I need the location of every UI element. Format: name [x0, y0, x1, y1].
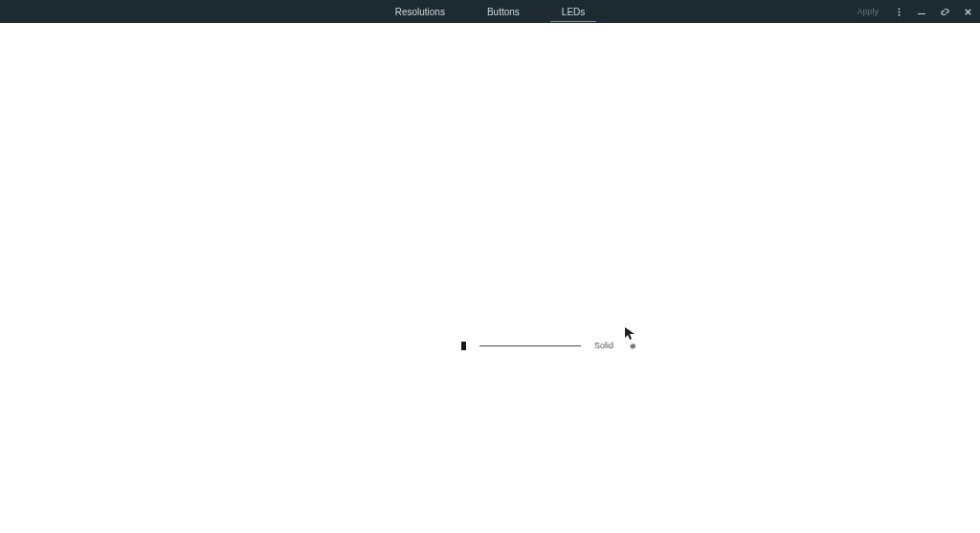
minimize-icon[interactable]	[915, 5, 928, 18]
tab-resolutions[interactable]: Resolutions	[391, 0, 449, 23]
header-bar: Resolutions Buttons LEDs Apply	[0, 0, 980, 23]
apply-button[interactable]: Apply	[857, 7, 879, 16]
led-control-row: Solid	[461, 341, 636, 350]
svg-point-1	[898, 11, 900, 12]
close-icon[interactable]	[961, 5, 974, 18]
led-brightness-slider[interactable]	[479, 345, 581, 346]
content-area: Solid	[0, 23, 980, 533]
tab-leds[interactable]: LEDs	[558, 0, 589, 23]
svg-point-2	[898, 13, 900, 15]
menu-icon[interactable]	[892, 5, 905, 18]
led-mode-label[interactable]: Solid	[594, 341, 613, 350]
led-color-swatch[interactable]	[461, 342, 466, 350]
window-controls: Apply	[857, 0, 974, 23]
gear-icon[interactable]	[627, 341, 636, 350]
tab-group: Resolutions Buttons LEDs	[391, 0, 590, 23]
tab-buttons[interactable]: Buttons	[483, 0, 523, 23]
link-icon[interactable]	[938, 5, 951, 18]
svg-point-0	[898, 8, 900, 10]
